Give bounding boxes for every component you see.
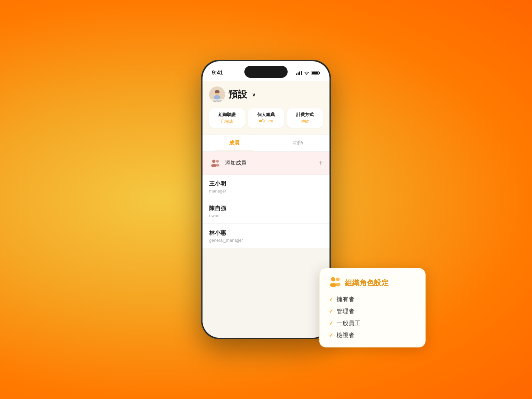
check-icon-2: ✓: [329, 320, 333, 327]
signal-icon: [296, 71, 302, 75]
member-role-2: general_manager: [209, 238, 323, 243]
list-item: ✓ 管理者: [329, 307, 416, 315]
member-list-area: 添加成員 + 王小明 manager 陳自強 owner: [202, 152, 330, 248]
list-item: ✓ 一般員工: [329, 319, 416, 327]
info-cards: 組織驗證 已完成 個人組織 #Gnbeu 計費方式 戶數: [209, 108, 323, 128]
phone-screen: 9:41: [202, 61, 330, 338]
info-card-title-0: 組織驗證: [213, 112, 241, 118]
info-card-title-2: 計費方式: [291, 112, 319, 118]
phone-content: manager 預設 ∨ 組織驗證 已完成 個人組織 #Gnbeu: [202, 81, 330, 338]
add-members-icon: [209, 157, 221, 169]
svg-rect-3: [301, 71, 302, 75]
member-name-1: 陳自強: [209, 204, 323, 212]
info-card-sub-0: 已完成: [213, 119, 241, 124]
member-row[interactable]: 王小明 manager: [202, 175, 330, 199]
member-name-2: 林小惠: [209, 229, 323, 237]
add-member-row[interactable]: 添加成員 +: [202, 152, 330, 175]
org-selector[interactable]: manager 預設 ∨: [209, 86, 323, 102]
people-icon: [210, 159, 220, 167]
svg-rect-1: [298, 72, 299, 75]
scene-container: 9:41: [66, 25, 466, 374]
svg-rect-12: [215, 91, 219, 93]
svg-rect-0: [296, 73, 297, 75]
header-area: manager 預設 ∨ 組織驗證 已完成 個人組織 #Gnbeu: [202, 81, 330, 134]
member-row[interactable]: 陳自強 owner: [202, 199, 330, 224]
wifi-icon: [304, 71, 310, 75]
svg-rect-7: [319, 72, 320, 74]
member-row[interactable]: 林小惠 general_manager: [202, 224, 330, 248]
tab-members[interactable]: 成員: [202, 135, 266, 151]
info-card-sub-2: 戶數: [291, 119, 319, 124]
svg-point-20: [335, 283, 340, 287]
svg-point-13: [212, 160, 215, 163]
role-card-people-icon: [329, 276, 341, 289]
info-card-sub-1: #Gnbeu: [252, 119, 280, 123]
svg-point-9: [214, 95, 220, 100]
avatar-label: manager: [209, 99, 225, 102]
check-icon-0: ✓: [329, 296, 333, 303]
svg-point-19: [336, 278, 340, 281]
info-card-verification[interactable]: 組織驗證 已完成: [209, 108, 245, 128]
role-list: ✓ 擁有者 ✓ 管理者 ✓ 一般員工 ✓ 檢視者: [329, 295, 416, 339]
member-name-0: 王小明: [209, 180, 323, 188]
add-member-label: 添加成員: [225, 160, 319, 167]
add-plus-icon[interactable]: +: [319, 159, 323, 167]
role-card-title: 組織角色設定: [345, 278, 389, 288]
status-icons: [296, 71, 320, 75]
battery-icon: [312, 71, 320, 75]
avatar: manager: [209, 86, 225, 102]
role-label-1: 管理者: [336, 307, 354, 315]
svg-point-17: [331, 277, 335, 282]
role-card: 組織角色設定 ✓ 擁有者 ✓ 管理者 ✓ 一般員工 ✓ 檢視者: [319, 268, 426, 347]
list-item: ✓ 檢視者: [329, 331, 416, 339]
tabs: 成員 功能: [202, 135, 330, 152]
role-label-2: 一般員工: [336, 319, 360, 327]
info-card-billing[interactable]: 計費方式 戶數: [287, 108, 323, 128]
role-label-0: 擁有者: [336, 295, 354, 303]
chevron-down-icon: ∨: [252, 91, 256, 98]
svg-point-4: [306, 74, 307, 74]
member-role-0: manager: [209, 189, 323, 194]
check-icon-3: ✓: [329, 332, 333, 338]
org-name: 預設: [228, 88, 247, 101]
svg-rect-6: [312, 71, 318, 74]
manager-avatar-icon: [211, 88, 223, 101]
member-role-1: owner: [209, 213, 323, 218]
svg-point-16: [215, 164, 219, 167]
list-item: ✓ 擁有者: [329, 295, 416, 303]
tab-features[interactable]: 功能: [266, 135, 330, 151]
svg-rect-2: [299, 71, 300, 75]
info-card-title-1: 個人組織: [252, 112, 280, 118]
check-icon-1: ✓: [329, 308, 333, 315]
info-card-personal-org[interactable]: 個人組織 #Gnbeu: [248, 108, 284, 128]
org-people-icon: [329, 276, 341, 287]
status-time: 9:41: [212, 69, 223, 76]
dynamic-island: [244, 66, 288, 78]
phone-frame: 9:41: [201, 60, 331, 339]
role-card-header: 組織角色設定: [329, 276, 416, 289]
role-label-3: 檢視者: [336, 331, 354, 339]
svg-point-15: [216, 160, 219, 163]
